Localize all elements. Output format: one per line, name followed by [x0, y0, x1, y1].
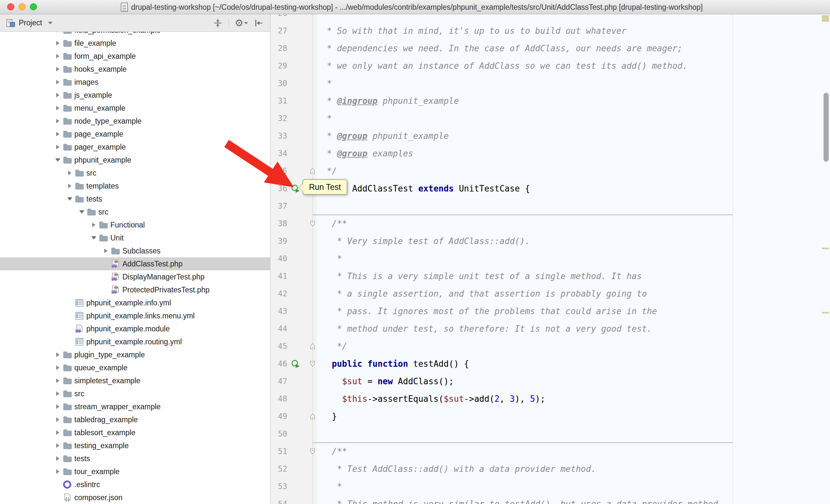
- chevron-collapsed-icon[interactable]: [55, 144, 61, 150]
- tree-item-tabledrag-example[interactable]: tabledrag_example: [0, 413, 270, 426]
- code-line-41[interactable]: 41 * This is a very simple unit test of …: [270, 267, 830, 285]
- chevron-collapsed-icon[interactable]: [55, 468, 61, 475]
- tree-item-phpunit-example-info-yml[interactable]: phpunit_example.info.yml: [0, 296, 270, 309]
- tree-item-plugin-type-example[interactable]: plugin_type_example: [0, 348, 270, 361]
- tree-item-src[interactable]: src: [0, 167, 270, 179]
- fold-end-marker[interactable]: [310, 413, 315, 419]
- code-line-32[interactable]: 32 *: [270, 110, 830, 127]
- chevron-collapsed-icon[interactable]: [91, 222, 97, 228]
- chevron-collapsed-icon[interactable]: [67, 170, 73, 176]
- editor-scrollbar-thumb[interactable]: [824, 93, 829, 162]
- chevron-collapsed-icon[interactable]: [55, 429, 61, 436]
- code-line-36[interactable]: 36class AddClassTest extends UnitTestCas…: [270, 180, 830, 197]
- code-line-40[interactable]: 40 *: [270, 250, 830, 267]
- tree-item-images[interactable]: images: [0, 76, 270, 89]
- tree-item-templates[interactable]: templates: [0, 179, 270, 193]
- chevron-collapsed-icon[interactable]: [55, 403, 61, 410]
- tree-item-js-example[interactable]: js_example: [0, 89, 270, 102]
- error-stripe-mark[interactable]: [822, 247, 829, 249]
- code-line-54[interactable]: 54 * This method is very similar to test…: [270, 495, 830, 504]
- project-tab-selector[interactable]: Project: [0, 18, 53, 28]
- tree-item-phpunit-example[interactable]: phpunit_example: [0, 154, 270, 167]
- code-line-29[interactable]: 29 * we only want an instance of AddClas…: [270, 57, 830, 75]
- tree-item--eslintrc[interactable]: .eslintrc: [0, 478, 270, 491]
- tree-item-tests[interactable]: tests: [0, 452, 270, 465]
- tree-item-page-example[interactable]: page_example: [0, 128, 270, 140]
- chevron-expanded-icon[interactable]: [67, 196, 73, 202]
- tree-item-pager-example[interactable]: pager_example: [0, 140, 270, 154]
- code-editor[interactable]: 2627 * So with that in mind, it's up to …: [270, 14, 830, 504]
- code-line-34[interactable]: 34 * @group examples: [270, 145, 830, 162]
- fold-end-marker[interactable]: [310, 343, 315, 349]
- chevron-collapsed-icon[interactable]: [55, 131, 61, 137]
- code-line-26[interactable]: 26: [270, 14, 830, 22]
- tree-item-hooks-example[interactable]: hooks_example: [0, 63, 270, 76]
- minimize-button[interactable]: [19, 3, 26, 10]
- code-line-31[interactable]: 31 * @ingroup phpunit_example: [270, 92, 830, 110]
- chevron-collapsed-icon[interactable]: [55, 32, 61, 33]
- code-line-48[interactable]: 48 $this->assertEquals($sut->add(2, 3), …: [270, 390, 830, 408]
- error-stripe-mark[interactable]: [822, 15, 829, 22]
- tree-item-tour-example[interactable]: tour_example: [0, 465, 270, 478]
- chevron-collapsed-icon[interactable]: [55, 105, 61, 111]
- tree-item-src[interactable]: src: [0, 387, 270, 400]
- code-line-50[interactable]: 50: [270, 425, 830, 443]
- tree-item-node-type-example[interactable]: node_type_example: [0, 114, 270, 128]
- code-line-43[interactable]: 43 * pass. It ignores most of the proble…: [270, 302, 830, 320]
- chevron-collapsed-icon[interactable]: [55, 416, 61, 423]
- fold-end-marker[interactable]: [310, 168, 315, 174]
- code-line-45[interactable]: 45 */: [270, 337, 830, 355]
- code-line-42[interactable]: 42 * a single assertion, and that assert…: [270, 285, 830, 302]
- tree-item-form-api-example[interactable]: form_api_example: [0, 49, 270, 63]
- code-line-33[interactable]: 33 * @group phpunit_example: [270, 127, 830, 145]
- chevron-collapsed-icon[interactable]: [55, 66, 61, 72]
- chevron-collapsed-icon[interactable]: [55, 442, 61, 449]
- collapse-panels-icon[interactable]: [213, 18, 223, 28]
- chevron-collapsed-icon[interactable]: [55, 92, 61, 98]
- tree-item-addclasstest-php[interactable]: phpAddClassTest.php: [0, 257, 270, 270]
- code-line-51[interactable]: 51 /**: [270, 443, 830, 460]
- chevron-collapsed-icon[interactable]: [55, 351, 61, 358]
- fold-start-marker[interactable]: [310, 361, 315, 367]
- tree-item-subclasses[interactable]: Subclasses: [0, 244, 270, 257]
- chevron-collapsed-icon[interactable]: [55, 365, 61, 371]
- code-line-28[interactable]: 28 * dependencies we need. In the case o…: [270, 40, 830, 57]
- hide-panel-icon[interactable]: [254, 18, 263, 28]
- code-line-35[interactable]: 35 */: [270, 162, 830, 180]
- code-line-39[interactable]: 39 * Very simple test of AddClass::add()…: [270, 232, 830, 250]
- tree-item-menu-example[interactable]: menu_example: [0, 102, 270, 114]
- tree-item-phpunit-example-links-menu-yml[interactable]: phpunit_example.links.menu.yml: [0, 309, 270, 322]
- tree-item-testing-example[interactable]: testing_example: [0, 439, 270, 452]
- tree-item-tests[interactable]: tests: [0, 193, 270, 205]
- code-line-52[interactable]: 52 * Test AddClass::add() with a data pr…: [270, 460, 830, 478]
- tree-item-queue-example[interactable]: queue_example: [0, 361, 270, 374]
- tree-item-field-permission-example[interactable]: field_permission_example: [0, 32, 270, 37]
- code-line-27[interactable]: 27 * So with that in mind, it's up to us…: [270, 22, 830, 40]
- tree-item-file-example[interactable]: file_example: [0, 37, 270, 49]
- gear-icon[interactable]: ⚙: [235, 18, 248, 28]
- tree-item-displaymanagertest-php[interactable]: phpDisplayManagerTest.php: [0, 270, 270, 283]
- tree-item-phpunit-example-module[interactable]: phpphpunit_example.module: [0, 322, 270, 335]
- fold-start-marker[interactable]: [310, 221, 315, 227]
- tree-item-functional[interactable]: Functional: [0, 219, 270, 231]
- chevron-expanded-icon[interactable]: [55, 157, 61, 163]
- code-line-44[interactable]: 44 * method under test, so therefore: It…: [270, 320, 830, 337]
- chevron-collapsed-icon[interactable]: [55, 40, 61, 46]
- chevron-collapsed-icon[interactable]: [55, 53, 61, 59]
- error-stripe-mark[interactable]: [822, 312, 829, 313]
- code-line-38[interactable]: 38 /**: [270, 215, 830, 232]
- close-button[interactable]: [7, 3, 14, 10]
- code-line-47[interactable]: 47 $sut = new AddClass();: [270, 373, 830, 390]
- chevron-expanded-icon[interactable]: [91, 235, 97, 241]
- chevron-expanded-icon[interactable]: [78, 209, 85, 215]
- fold-start-marker[interactable]: [310, 448, 315, 455]
- code-line-30[interactable]: 30 *: [270, 75, 830, 92]
- chevron-collapsed-icon[interactable]: [55, 79, 61, 86]
- chevron-collapsed-icon[interactable]: [67, 183, 73, 189]
- code-line-49[interactable]: 49 }: [270, 408, 830, 425]
- chevron-collapsed-icon[interactable]: [55, 377, 61, 384]
- chevron-collapsed-icon[interactable]: [55, 391, 61, 397]
- tree-item-unit[interactable]: Unit: [0, 231, 270, 244]
- tree-item-stream-wrapper-example[interactable]: stream_wrapper_example: [0, 400, 270, 413]
- code-line-53[interactable]: 53 *: [270, 478, 830, 495]
